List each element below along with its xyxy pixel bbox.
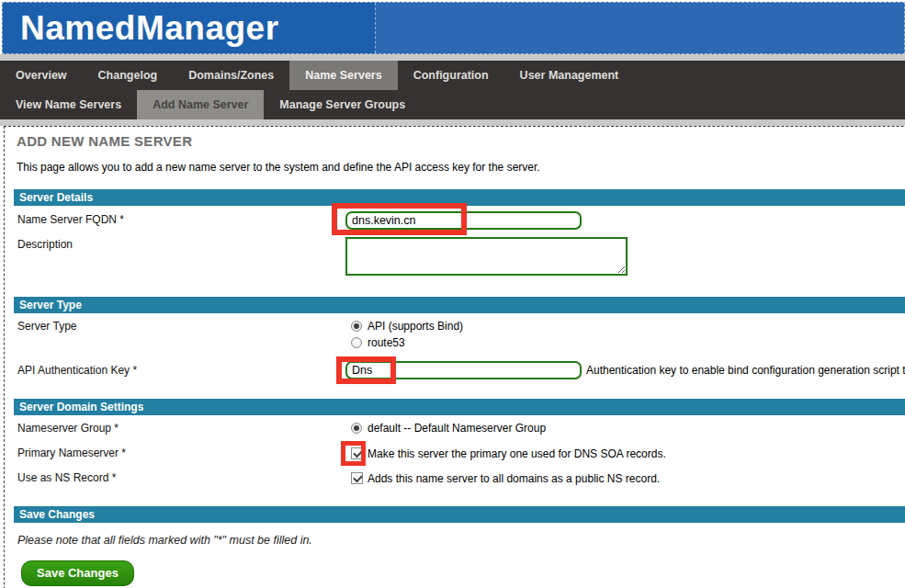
primary-nameserver-checkbox[interactable] [351, 447, 363, 459]
api-key-input[interactable] [345, 361, 582, 379]
server-type-route53-option-label: route53 [368, 336, 405, 349]
tab-manage-server-groups[interactable]: Manage Server Groups [264, 90, 421, 119]
server-type-api-option-label: API (supports Bind) [368, 320, 463, 333]
nameserver-group-default-radio[interactable] [351, 423, 362, 434]
section-server-type: Server Type [14, 297, 905, 313]
divider-strip-bottom [0, 119, 905, 126]
api-key-hint: Authentication key to enable bind config… [586, 364, 905, 377]
save-changes-button[interactable]: Save Changes [21, 560, 134, 586]
nameserver-group-label: Nameserver Group * [17, 422, 119, 435]
fqdn-label: Name Server FQDN * [17, 213, 124, 226]
tab-changelog[interactable]: Changelog [83, 61, 174, 90]
tab-overview[interactable]: Overview [0, 61, 83, 90]
content-panel: ADD NEW NAME SERVER This page allows you… [4, 126, 905, 588]
page-intro: This page allows you to add a new name s… [17, 161, 540, 174]
section-server-details: Server Details [14, 189, 905, 206]
tab-name-servers[interactable]: Name Servers [289, 61, 397, 90]
tab-configuration[interactable]: Configuration [398, 61, 504, 90]
description-textarea[interactable] [345, 237, 628, 276]
app-title: NamedManager [3, 3, 375, 53]
page-title: ADD NEW NAME SERVER [17, 133, 192, 149]
required-fields-note: Please note that all fields marked with … [17, 534, 312, 547]
tab-domains-zones[interactable]: Domains/Zones [173, 61, 289, 90]
primary-nav-row: Overview Changelog Domains/Zones Name Se… [0, 61, 905, 90]
fqdn-input[interactable] [345, 211, 582, 230]
ns-record-label: Use as NS Record * [17, 471, 116, 484]
secondary-nav-row: View Name Servers Add Name Server Manage… [0, 90, 905, 119]
description-label: Description [17, 238, 73, 251]
app-logo: NamedManager [3, 3, 376, 53]
server-type-label: Server Type [17, 320, 76, 333]
api-key-label: API Authentication Key * [17, 364, 137, 377]
tab-user-management[interactable]: User Management [504, 61, 635, 90]
nameserver-group-default-option-label: default -- Default Nameserver Group [368, 422, 546, 435]
section-server-domain-settings: Server Domain Settings [14, 399, 905, 415]
section-save-changes: Save Changes [14, 506, 905, 523]
divider-strip-top [0, 54, 905, 61]
tab-view-name-servers[interactable]: View Name Servers [0, 90, 137, 119]
primary-nameserver-label: Primary Nameserver * [17, 447, 126, 459]
masthead: NamedManager [2, 2, 905, 54]
page: NamedManager Overview Changelog Domains/… [0, 0, 905, 588]
ns-record-text: Adds this name server to all domains as … [368, 472, 660, 485]
primary-nameserver-text: Make this server the primary one used fo… [368, 447, 666, 460]
ns-record-checkbox[interactable] [351, 472, 363, 484]
tab-add-name-server[interactable]: Add Name Server [137, 90, 264, 119]
server-type-api-radio[interactable] [351, 321, 362, 332]
main-navigation: Overview Changelog Domains/Zones Name Se… [0, 61, 905, 119]
server-type-route53-radio[interactable] [351, 337, 362, 348]
